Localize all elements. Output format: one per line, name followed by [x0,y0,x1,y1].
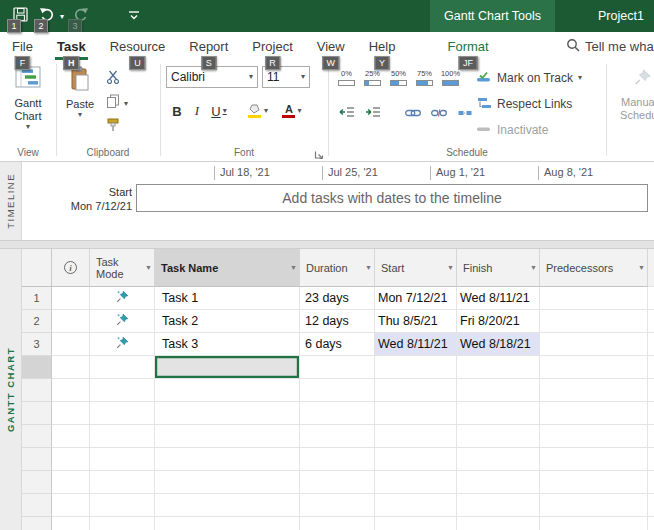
grid-cell[interactable] [375,494,457,517]
cell-start[interactable]: Wed 8/11/21 [375,333,457,356]
column-header-predecessors[interactable]: Predecessors ▼ [540,249,648,287]
cell-task-name[interactable]: Task 1 [155,287,300,310]
grid-cell[interactable] [540,448,648,471]
column-header-start[interactable]: Start ▼ [375,249,457,287]
grid-cell[interactable] [90,494,155,517]
grid-cell[interactable] [540,425,648,448]
save-button[interactable]: 1 [10,6,30,26]
cell-predecessors[interactable] [540,287,648,310]
row-header[interactable] [22,402,52,425]
row-header[interactable] [22,494,52,517]
cell-start[interactable]: Mon 7/12/21 [375,287,457,310]
grid-cell[interactable] [300,379,375,402]
cell-predecessors[interactable] [540,310,648,333]
grid-cell[interactable] [155,379,300,402]
selected-cell[interactable] [155,356,300,379]
column-header-task-name[interactable]: Task Name ▼ [155,249,300,287]
paste-button[interactable]: Paste ▾ [60,62,100,144]
cell-task-mode[interactable] [90,310,155,333]
grid-cell[interactable] [90,379,155,402]
grid-cell[interactable] [52,494,90,517]
redo-button[interactable]: 3 [71,6,91,26]
grid-cell[interactable] [457,471,540,494]
cell-duration[interactable]: 6 days [300,333,375,356]
split-task-button[interactable] [454,102,476,124]
cell-predecessors[interactable] [540,356,648,379]
timeline-pane[interactable]: Jul 18, '21 Jul 25, '21 Aug 1, '21 Aug 8… [22,162,654,240]
grid-cell[interactable] [540,494,648,517]
pane-splitter[interactable] [0,240,654,249]
timeline-placeholder-box[interactable]: Add tasks with dates to the timeline [136,184,648,212]
cell-duration[interactable]: 23 days [300,287,375,310]
cell-task-mode[interactable] [90,287,155,310]
tab-project[interactable]: Project R [240,32,304,60]
tab-format[interactable]: Format JF [435,32,500,60]
cell-duration[interactable]: 12 days [300,310,375,333]
filter-arrow-icon[interactable]: ▼ [530,262,537,274]
tab-report[interactable]: Report S [177,32,240,60]
grid-cell[interactable] [375,379,457,402]
grid-cell[interactable] [457,448,540,471]
grid-cell[interactable] [375,517,457,530]
grid-cell[interactable] [300,517,375,530]
grid-cell[interactable] [155,494,300,517]
tab-view[interactable]: View W [305,32,357,60]
grid-cell[interactable] [300,425,375,448]
cell-start[interactable] [375,356,457,379]
percent-75-button[interactable]: 75% [412,64,437,92]
row-header[interactable] [22,379,52,402]
background-color-button[interactable]: ▾ [244,100,272,122]
column-header-indicators[interactable]: i [52,249,90,287]
grid-cell[interactable] [300,402,375,425]
bold-button[interactable]: B [168,100,186,122]
underline-button[interactable]: U ▾ [206,100,232,122]
tab-file[interactable]: File F [0,32,45,60]
italic-button[interactable]: I [188,100,206,122]
grid-cell[interactable] [300,494,375,517]
cell-task-mode[interactable] [90,356,155,379]
cell-predecessors[interactable] [540,333,648,356]
grid-cell[interactable] [90,471,155,494]
grid-cell[interactable] [52,425,90,448]
grid-cell[interactable] [457,425,540,448]
tell-me-box[interactable]: Tell me what you want to do [566,32,654,60]
grid-cell[interactable] [52,402,90,425]
cell-task-name[interactable]: Task 2 [155,310,300,333]
row-header[interactable] [22,448,52,471]
row-header-1[interactable]: 1 [22,287,52,310]
grid-cell[interactable] [52,448,90,471]
filter-arrow-icon[interactable]: ▼ [447,262,454,274]
grid-cell[interactable] [540,379,648,402]
cell-finish[interactable]: Fri 8/20/21 [457,310,540,333]
row-header[interactable] [22,425,52,448]
format-painter-button[interactable] [102,116,124,138]
indent-task-button[interactable] [362,102,384,124]
tab-help[interactable]: Help Y [357,32,408,60]
unlink-tasks-button[interactable] [428,102,450,124]
tab-resource[interactable]: Resource U [98,32,178,60]
cell-finish[interactable]: Wed 8/18/21 [457,333,540,356]
mark-on-track-button[interactable]: Mark on Track ▾ [476,68,582,88]
filter-arrow-icon[interactable]: ▼ [145,262,152,274]
grid-cell[interactable] [457,494,540,517]
cell-start[interactable]: Thu 8/5/21 [375,310,457,333]
grid-cell[interactable] [300,448,375,471]
customize-qat-button[interactable] [124,6,144,26]
row-header-4[interactable] [22,356,52,379]
undo-dropdown-icon[interactable]: ▾ [60,12,64,21]
cell-indicators[interactable] [52,333,90,356]
percent-50-button[interactable]: 50% [386,64,411,92]
cell-duration[interactable] [300,356,375,379]
respect-links-button[interactable]: Respect Links [476,94,572,114]
undo-button[interactable]: 2 [37,6,57,26]
grid-cell[interactable] [375,425,457,448]
cell-finish[interactable] [457,356,540,379]
grid-cell[interactable] [375,471,457,494]
grid-cell[interactable] [52,471,90,494]
grid-cell[interactable] [155,402,300,425]
gantt-chart-pane-strip[interactable]: GANTT CHART [0,249,22,530]
grid-cell[interactable] [52,517,90,530]
column-header-duration[interactable]: Duration ▼ [300,249,375,287]
inactivate-button[interactable]: Inactivate [476,120,548,140]
grid-cell[interactable] [90,425,155,448]
